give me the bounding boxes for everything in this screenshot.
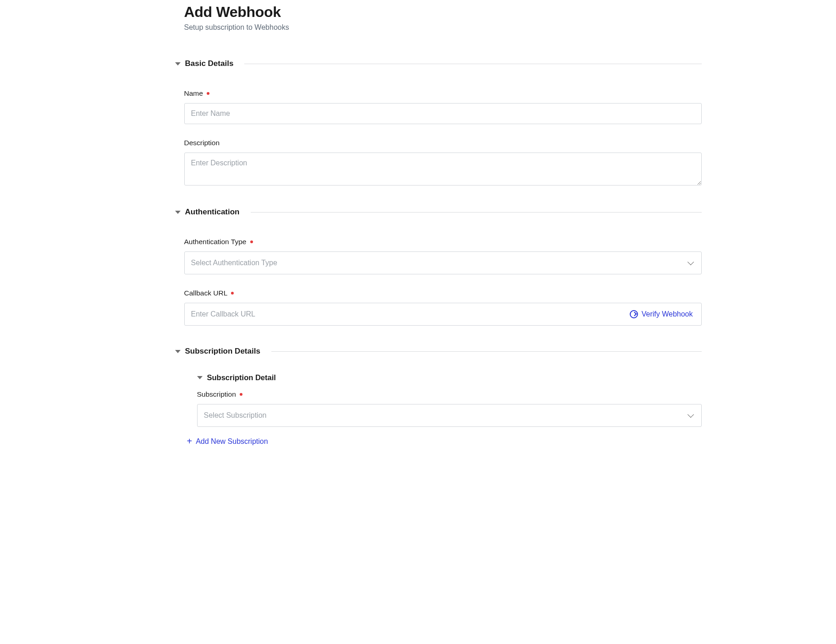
subsection-title-subscription-detail: Subscription Detail — [207, 373, 276, 382]
page-title: Add Webhook — [184, 4, 702, 21]
name-input[interactable] — [184, 103, 702, 124]
callback-url-label: Callback URL — [184, 289, 702, 297]
auth-type-label-text: Authentication Type — [184, 238, 247, 246]
subscription-placeholder: Select Subscription — [204, 411, 267, 420]
required-dot-icon — [240, 393, 242, 396]
add-new-subscription-label: Add New Subscription — [196, 437, 268, 446]
description-input[interactable] — [184, 153, 702, 186]
chevron-down-icon — [687, 411, 693, 418]
divider — [271, 351, 702, 352]
verify-icon — [630, 310, 638, 318]
section-title-subscription: Subscription Details — [185, 347, 260, 356]
callback-url-label-text: Callback URL — [184, 289, 227, 297]
auth-type-select[interactable]: Select Authentication Type — [184, 251, 702, 274]
required-dot-icon — [231, 292, 234, 295]
description-label-text: Description — [184, 139, 220, 147]
subscription-select[interactable]: Select Subscription — [197, 404, 702, 427]
divider — [244, 64, 701, 64]
required-dot-icon — [207, 92, 209, 95]
name-label-text: Name — [184, 89, 203, 97]
auth-type-placeholder: Select Authentication Type — [191, 259, 277, 267]
chevron-down-icon — [175, 211, 181, 214]
chevron-down-icon — [197, 376, 203, 379]
section-title-auth: Authentication — [185, 207, 240, 217]
page-subtitle: Setup subscription to Webhooks — [184, 23, 702, 32]
required-dot-icon — [250, 240, 253, 243]
section-toggle-subscription[interactable]: Subscription Details — [175, 347, 702, 356]
subscription-label-text: Subscription — [197, 390, 236, 398]
verify-webhook-label: Verify Webhook — [642, 310, 693, 318]
subsection-toggle-subscription-detail[interactable]: Subscription Detail — [197, 373, 702, 382]
description-label: Description — [184, 139, 702, 147]
name-label: Name — [184, 89, 702, 98]
callback-url-input[interactable] — [185, 304, 626, 324]
chevron-down-icon — [175, 62, 181, 65]
auth-type-label: Authentication Type — [184, 238, 702, 246]
plus-icon: + — [187, 437, 192, 446]
chevron-down-icon — [175, 350, 181, 353]
section-toggle-auth[interactable]: Authentication — [175, 207, 702, 217]
verify-webhook-button[interactable]: Verify Webhook — [626, 303, 701, 325]
section-toggle-basic[interactable]: Basic Details — [175, 59, 702, 68]
subscription-label: Subscription — [197, 390, 702, 398]
chevron-down-icon — [687, 259, 693, 265]
add-new-subscription-button[interactable]: + Add New Subscription — [187, 437, 268, 446]
divider — [251, 212, 702, 213]
section-title-basic: Basic Details — [185, 59, 234, 68]
